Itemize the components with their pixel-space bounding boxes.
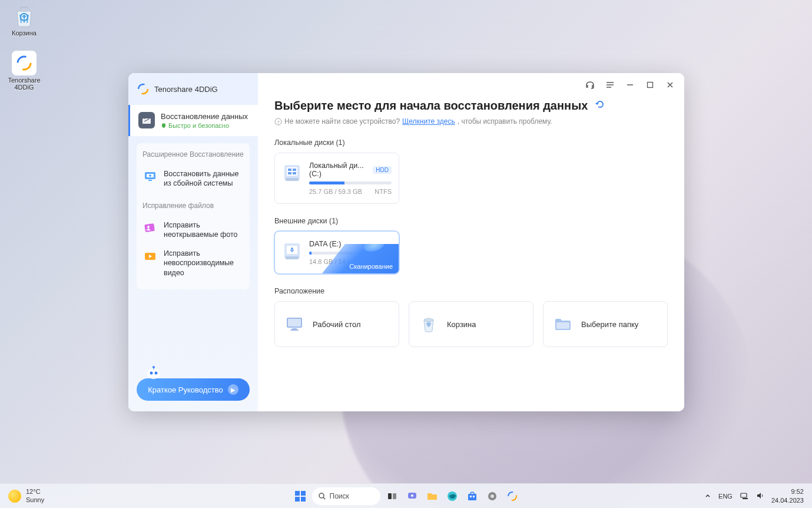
- info-icon: ?: [274, 118, 282, 126]
- svg-text:?: ?: [277, 119, 280, 124]
- svg-rect-52: [473, 496, 475, 497]
- desktop-icon-label: Tenorshare 4DDiG: [4, 77, 45, 91]
- photo-fix-icon: [142, 220, 158, 236]
- minimize-button[interactable]: [623, 78, 637, 92]
- location-choose-folder[interactable]: Выберите папку: [543, 301, 668, 347]
- svg-rect-58: [743, 498, 748, 499]
- close-button[interactable]: [663, 78, 677, 92]
- nav-fix-photo[interactable]: Исправить неоткрываемые фото: [142, 216, 244, 245]
- desktop-icon: [284, 315, 304, 333]
- taskbar-app-4ddig[interactable]: [504, 488, 521, 504]
- windows-icon: [294, 490, 307, 503]
- refresh-icon: [595, 99, 605, 110]
- tray-network[interactable]: [740, 491, 749, 501]
- scan-lens-icon: [362, 237, 386, 254]
- folder-icon: [553, 315, 573, 333]
- taskbar: 12°C Sunny Поиск ENG 9:52 24.04.2023: [0, 483, 812, 508]
- window-titlebar: [258, 73, 684, 97]
- location-recycle-bin[interactable]: Корзина: [409, 301, 533, 347]
- refresh-button[interactable]: [595, 99, 605, 113]
- disk-card-c[interactable]: Локальный ди... (C:) HDD 25.7 GB / 59.3 …: [274, 153, 399, 204]
- support-button[interactable]: [583, 78, 597, 92]
- sidebar: Tenorshare 4DDiG Восстановление данных Б…: [128, 73, 258, 411]
- section-header: Исправление файлов: [142, 202, 244, 210]
- taskbar-center: Поиск: [292, 487, 521, 505]
- start-button[interactable]: [292, 488, 309, 504]
- edge-icon: [446, 490, 458, 502]
- clock-time: 9:52: [771, 487, 804, 496]
- maximize-button[interactable]: [643, 78, 657, 92]
- arrow-right-icon: ▶: [228, 384, 238, 395]
- svg-rect-34: [288, 319, 301, 326]
- svg-point-11: [147, 226, 150, 228]
- location-label: Выберите папку: [581, 320, 638, 329]
- desktop-app-shortcut[interactable]: Tenorshare 4DDiG: [4, 51, 45, 91]
- search-icon: [318, 492, 326, 500]
- svg-rect-40: [301, 491, 306, 496]
- main-panel: Выберите место для начала восстановления…: [258, 73, 684, 411]
- app-title-bar: Tenorshare 4DDiG: [128, 73, 258, 105]
- taskbar-weather[interactable]: 12°C Sunny: [8, 488, 44, 503]
- close-icon: [666, 81, 674, 89]
- location-desktop[interactable]: Рабочий стол: [274, 301, 399, 347]
- locations-section: Расположение Рабочий стол Корзина: [274, 287, 668, 347]
- svg-rect-24: [288, 169, 291, 171]
- robot-icon: [145, 364, 163, 380]
- svg-rect-46: [393, 493, 396, 499]
- nav-crash-recovery[interactable]: Восстановить данные из сбойной системы: [142, 164, 244, 193]
- content-area: Выберите место для начала восстановления…: [258, 97, 684, 359]
- speaker-icon: [756, 491, 764, 500]
- tray-volume[interactable]: [756, 491, 764, 501]
- svg-rect-41: [295, 497, 300, 502]
- menu-button[interactable]: [603, 78, 617, 92]
- svg-rect-26: [288, 172, 291, 174]
- taskbar-search[interactable]: Поиск: [312, 487, 380, 505]
- app-window: Tenorshare 4DDiG Восстановление данных Б…: [128, 73, 684, 411]
- chevron-up-icon: [704, 492, 711, 499]
- nav-label: Восстановление данных: [161, 112, 248, 121]
- disk-type-badge: HDD: [373, 166, 392, 174]
- disk-card-e[interactable]: DATA (E:) 14.8 GB / 14.8 GB Сканирование: [274, 231, 399, 274]
- svg-rect-35: [292, 328, 297, 329]
- recycle-bin-icon: [12, 4, 37, 28]
- disk-name: Локальный ди... (C:): [309, 161, 369, 178]
- svg-rect-10: [144, 223, 155, 232]
- taskbar-store[interactable]: [464, 488, 480, 504]
- sidebar-advanced-section: Расширенное Восстановление Восстановить …: [137, 143, 250, 289]
- scan-label: Сканирование: [349, 263, 393, 270]
- svg-rect-38: [556, 322, 569, 329]
- quick-guide-button[interactable]: Краткое Руководство ▶: [137, 378, 250, 401]
- nav-fix-video[interactable]: Исправить невоспроизводимые видео: [142, 244, 244, 282]
- tray-chevron[interactable]: [704, 492, 711, 500]
- tray-clock[interactable]: 9:52 24.04.2023: [771, 487, 804, 504]
- taskbar-settings[interactable]: [484, 488, 501, 504]
- sun-icon: [8, 490, 21, 503]
- location-label: Корзина: [447, 320, 476, 329]
- tray-language[interactable]: ENG: [718, 493, 733, 500]
- svg-rect-28: [286, 178, 299, 181]
- section-title: Локальные диски (1): [274, 138, 668, 147]
- taskbar-edge[interactable]: [444, 488, 460, 504]
- svg-point-14: [150, 372, 153, 375]
- desktop-recycle-bin[interactable]: Корзина: [4, 4, 45, 37]
- external-disks-section: Внешние диски (1) DATA (E:) 14.8 GB / 14…: [274, 217, 668, 274]
- taskbar-chat[interactable]: [404, 488, 420, 504]
- svg-point-48: [411, 494, 413, 497]
- page-heading: Выберите место для начала восстановления…: [274, 99, 668, 113]
- gear-icon: [486, 490, 498, 502]
- nav-data-recovery[interactable]: Восстановление данных Быстро и безопасно: [128, 105, 258, 136]
- item-label: Исправить неоткрываемые фото: [164, 220, 244, 240]
- disk-name: DATA (E:): [309, 240, 341, 248]
- taskbar-explorer[interactable]: [424, 488, 440, 504]
- hamburger-icon: [605, 80, 615, 90]
- taskbar-task-view[interactable]: [384, 488, 400, 504]
- svg-point-9: [149, 174, 151, 177]
- task-view-icon: [386, 490, 398, 502]
- svg-rect-25: [293, 169, 296, 171]
- svg-rect-57: [741, 493, 747, 497]
- minimize-icon: [626, 81, 634, 89]
- svg-rect-8: [148, 180, 152, 181]
- app-shortcut-icon: [12, 51, 37, 75]
- help-link[interactable]: Щелкните здесь: [402, 117, 455, 126]
- monitor-crash-icon: [142, 169, 158, 184]
